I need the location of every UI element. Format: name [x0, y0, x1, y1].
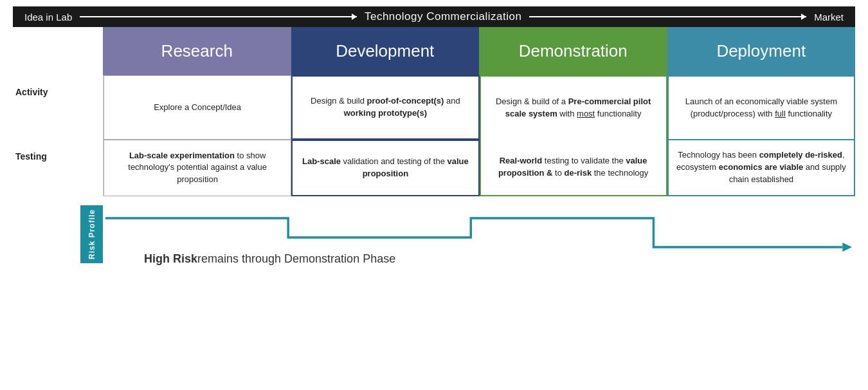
risk-profile-label: Risk Profile	[80, 205, 103, 263]
svg-marker-0	[842, 243, 852, 252]
arrow-line	[80, 16, 357, 17]
cell-demonstration-testing: Real-world testing to validate the value…	[480, 140, 667, 196]
content-grid: Explore a Concept/Idea Design & build pr…	[103, 75, 855, 196]
content-area: Activity Testing Explore a Concept/Idea …	[13, 75, 855, 196]
row-labels: Activity Testing	[13, 75, 103, 196]
cell-development-activity: Design & build proof-of-concept(s) and w…	[291, 75, 479, 140]
idea-in-lab-label: Idea in Lab	[24, 12, 72, 23]
cell-deployment-testing: Technology has been completely de-risked…	[667, 140, 855, 196]
cell-demonstration-activity: Design & build of a Pre-commercial pilot…	[480, 75, 667, 140]
phases-row: Research Development Demonstration Deplo…	[103, 27, 855, 75]
cell-development-testing: Lab-scale validation and testing of the …	[291, 140, 479, 196]
risk-diagram: High Riskremains through Demonstration P…	[105, 205, 855, 270]
risk-text: High Riskremains through Demonstration P…	[144, 252, 395, 266]
cell-deployment-activity: Launch of an economically viable system …	[667, 75, 855, 140]
phase-demonstration-header: Demonstration	[479, 27, 667, 75]
phase-development-header: Development	[291, 27, 480, 75]
testing-label: Testing	[13, 140, 103, 196]
phase-deployment-header: Deployment	[667, 27, 856, 75]
phase-research-header: Research	[103, 27, 291, 75]
activity-label: Activity	[13, 75, 103, 140]
cell-research-testing: Lab-scale experimentation to show techno…	[104, 140, 291, 196]
cell-research-activity: Explore a Concept/Idea	[104, 75, 291, 140]
arrow-line-2	[529, 16, 806, 17]
risk-section: Risk Profile High Riskremains through De…	[13, 199, 855, 270]
commercialization-title: Technology Commercialization	[365, 10, 522, 23]
market-label: Market	[814, 12, 844, 23]
top-bar: Idea in Lab Technology Commercialization…	[13, 6, 855, 27]
